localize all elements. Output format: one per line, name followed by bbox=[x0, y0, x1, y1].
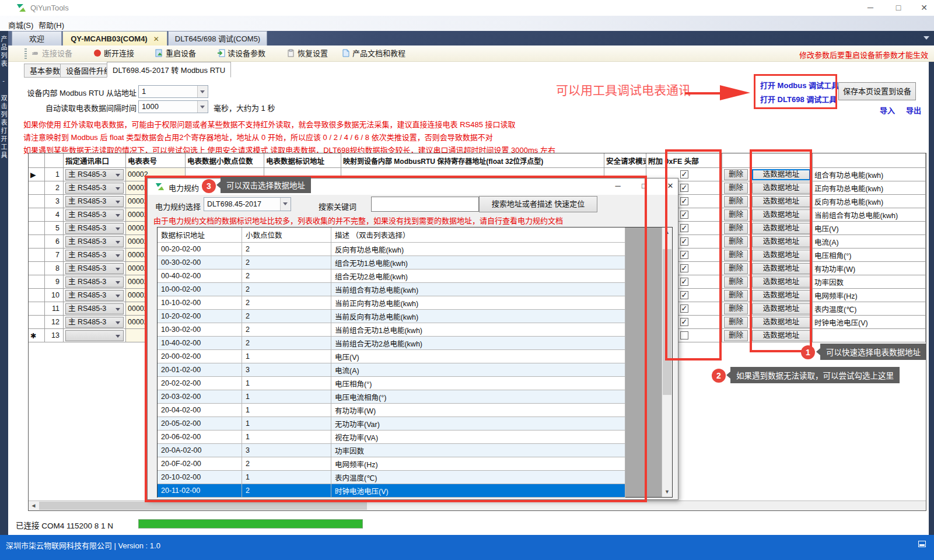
app-title: QiYunTools bbox=[30, 4, 69, 12]
slave-address-label: 设备内部 Modbus RTU 从站地址 bbox=[18, 87, 137, 98]
app-logo-icon bbox=[16, 3, 26, 13]
delete-button[interactable]: 删除 bbox=[724, 276, 748, 288]
plug-icon bbox=[32, 48, 40, 61]
row-selector-cell[interactable] bbox=[29, 208, 45, 222]
connection-status: 已连接 COM4 115200 8 1 N bbox=[16, 519, 113, 531]
tooltip-3: 可以双击选择数据地址 bbox=[221, 177, 311, 193]
port-dropdown[interactable]: 主 RS485-3 bbox=[65, 196, 124, 207]
warning-line-1: 如果你使用 红外读取电表数据，可能由于权限问题或者某些数据不支持红外读取，就会导… bbox=[23, 118, 516, 130]
delete-cell: 删除 bbox=[722, 222, 750, 235]
window-maximize-button[interactable]: □ bbox=[890, 2, 907, 14]
hscroll-thumb[interactable] bbox=[39, 502, 367, 510]
left-sidebar[interactable]: 产品列表 - 双击列表打开工具 bbox=[0, 31, 8, 535]
scroll-down-icon[interactable]: ▼ bbox=[662, 487, 672, 497]
slave-address-combo[interactable]: 1 bbox=[138, 85, 208, 98]
chevron-down-icon[interactable] bbox=[197, 86, 208, 97]
delete-button[interactable]: 删除 bbox=[724, 263, 748, 274]
badge-3: 3 bbox=[202, 179, 216, 193]
row-number-cell: 9 bbox=[45, 275, 64, 289]
row-selector-cell[interactable] bbox=[29, 275, 45, 289]
tab-dlt645-698-com5[interactable]: DLT645/698 调试(COM5) bbox=[168, 31, 267, 46]
delete-button[interactable]: 删除 bbox=[724, 330, 748, 341]
row-selector-cell[interactable]: ▶ bbox=[29, 168, 45, 181]
row-number-cell: 1 bbox=[45, 168, 64, 181]
tab-close-icon[interactable]: ✕ bbox=[153, 32, 159, 47]
delete-button[interactable]: 删除 bbox=[724, 169, 748, 180]
port-cell: 主 RS485-3 bbox=[64, 302, 126, 316]
window-minimize-button[interactable]: ─ bbox=[862, 2, 879, 14]
restore-icon bbox=[287, 48, 295, 61]
main-header-cell: 电表数据标识地址 bbox=[264, 153, 341, 168]
delete-button[interactable]: 删除 bbox=[724, 196, 748, 207]
row-selector-cell[interactable] bbox=[29, 249, 45, 262]
port-dropdown[interactable]: 主 RS485-3 bbox=[65, 250, 124, 261]
chevron-down-icon[interactable] bbox=[197, 101, 208, 113]
restore-settings-button[interactable]: 恢复设置 bbox=[287, 47, 328, 60]
row-selector-cell[interactable] bbox=[29, 262, 45, 275]
delete-button[interactable]: 删除 bbox=[724, 303, 748, 314]
document-icon bbox=[342, 48, 350, 61]
port-dropdown[interactable]: 主 RS485-3 bbox=[65, 223, 124, 234]
right-edge-strip bbox=[929, 31, 934, 535]
row-number-cell: 6 bbox=[45, 235, 64, 249]
title-bar: QiYunTools ─ □ ✕ bbox=[0, 0, 934, 16]
port-dropdown[interactable]: 主 RS485-3 bbox=[65, 303, 124, 314]
description-cell: 电压(V) bbox=[813, 222, 926, 235]
delete-button[interactable]: 删除 bbox=[724, 183, 748, 194]
annotation-arrow-shaft bbox=[685, 92, 721, 94]
port-cell: 主 RS485-3 bbox=[64, 235, 126, 249]
delete-button[interactable]: 删除 bbox=[724, 223, 748, 234]
interval-combo[interactable]: 1000 bbox=[138, 100, 208, 113]
interval-suffix: 毫秒，大约为 1 秒 bbox=[214, 102, 389, 113]
window-close-button[interactable]: ✕ bbox=[915, 2, 933, 14]
tab-qy-mcahb03-com4[interactable]: QY-MCAHB03(COM4)✕ bbox=[62, 31, 167, 46]
restart-device-button[interactable]: 重启设备 bbox=[155, 47, 196, 60]
read-params-button[interactable]: 读设备参数 bbox=[217, 47, 265, 60]
disconnect-button[interactable]: 断开连接 bbox=[93, 47, 134, 60]
export-link[interactable]: 导出 bbox=[906, 104, 921, 116]
delete-button[interactable]: 删除 bbox=[724, 290, 748, 301]
product-docs-button[interactable]: 产品文档和教程 bbox=[342, 47, 405, 60]
row-selector-cell[interactable] bbox=[29, 195, 45, 208]
toolbar-grip bbox=[25, 48, 27, 59]
row-selector-cell[interactable] bbox=[29, 235, 45, 249]
row-selector-cell[interactable] bbox=[29, 289, 45, 302]
delete-button[interactable]: 删除 bbox=[724, 250, 748, 261]
port-dropdown[interactable]: 主 RS485-3 bbox=[65, 317, 124, 328]
port-dropdown[interactable]: 主 RS485-3 bbox=[65, 183, 124, 194]
menu-store[interactable]: 商城(S) bbox=[8, 19, 33, 30]
row-selector-cell[interactable] bbox=[29, 222, 45, 235]
row-selector-cell[interactable] bbox=[29, 316, 45, 329]
tab-welcome[interactable]: 欢迎 bbox=[12, 31, 62, 46]
row-selector-cell[interactable] bbox=[29, 181, 45, 195]
menu-help[interactable]: 帮助(H) bbox=[39, 19, 64, 30]
port-dropdown[interactable] bbox=[65, 330, 124, 341]
document-tab-strip: 欢迎 QY-MCAHB03(COM4)✕ DLT645/698 调试(COM5) bbox=[8, 31, 934, 46]
row-number-cell: 12 bbox=[45, 316, 64, 329]
description-cell: 有功功率(W) bbox=[813, 262, 926, 275]
port-dropdown[interactable]: 主 RS485-3 bbox=[65, 236, 124, 247]
tab-list-dropdown-icon[interactable] bbox=[923, 36, 929, 40]
row-selector-cell[interactable] bbox=[29, 302, 45, 316]
row-selector-cell[interactable]: ✱ bbox=[29, 329, 45, 342]
import-link[interactable]: 导入 bbox=[880, 104, 895, 116]
port-dropdown[interactable]: 主 RS485-3 bbox=[65, 290, 124, 301]
port-cell: 主 RS485-3 bbox=[64, 168, 126, 181]
delete-button[interactable]: 删除 bbox=[724, 236, 748, 247]
save-to-device-button[interactable]: 保存本页设置到设备 bbox=[838, 82, 916, 100]
row-number-cell: 4 bbox=[45, 208, 64, 222]
port-dropdown[interactable]: 主 RS485-3 bbox=[65, 169, 124, 180]
port-cell: 主 RS485-3 bbox=[64, 195, 126, 208]
port-dropdown[interactable]: 主 RS485-3 bbox=[65, 276, 124, 288]
scroll-left-icon[interactable]: ◄ bbox=[29, 501, 39, 510]
subtab-dlt698-to-modbus[interactable]: DLT698.45-2017 转 Modbus RTU bbox=[107, 62, 231, 78]
port-cell: 主 RS485-3 bbox=[64, 275, 126, 289]
annotation-box-0xfe-column bbox=[665, 149, 722, 360]
port-dropdown[interactable]: 主 RS485-3 bbox=[65, 263, 124, 274]
description-cell: 表内温度(℃) bbox=[813, 302, 926, 316]
row-number-cell: 3 bbox=[45, 195, 64, 208]
connect-device-button[interactable]: 连接设备 bbox=[32, 47, 72, 60]
delete-button[interactable]: 删除 bbox=[724, 209, 748, 220]
delete-button[interactable]: 删除 bbox=[724, 317, 748, 328]
port-dropdown[interactable]: 主 RS485-3 bbox=[65, 209, 124, 220]
